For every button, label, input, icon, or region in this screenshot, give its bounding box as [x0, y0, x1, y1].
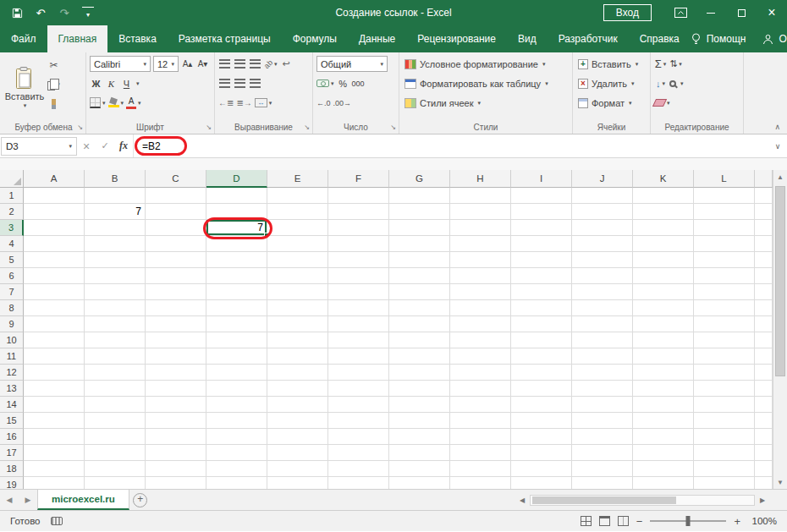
align-bottom-button[interactable] [249, 56, 261, 72]
cell-E2[interactable] [267, 204, 328, 220]
cell-K14[interactable] [633, 397, 694, 413]
cell-B11[interactable] [85, 348, 146, 365]
cell-D10[interactable] [206, 332, 267, 348]
cell-F9[interactable] [328, 316, 389, 332]
cut-button[interactable] [47, 57, 60, 73]
cell-K11[interactable] [633, 348, 694, 365]
cell-E14[interactable] [267, 397, 328, 413]
cell-E4[interactable] [267, 236, 328, 252]
cell-B1[interactable] [85, 188, 146, 204]
column-header-K[interactable]: K [633, 170, 694, 188]
cell-H8[interactable] [450, 300, 511, 316]
underline-button[interactable]: Ч [120, 75, 133, 91]
tab-вид[interactable]: Вид [507, 25, 548, 52]
column-header-F[interactable]: F [328, 170, 389, 188]
dialog-launcher-icon[interactable] [204, 123, 213, 132]
merge-center-button[interactable] [255, 95, 272, 111]
scroll-left-icon[interactable] [516, 496, 528, 504]
align-center-button[interactable] [234, 75, 246, 91]
cell-C10[interactable] [146, 332, 206, 348]
cell-G13[interactable] [389, 381, 450, 397]
cell-A11[interactable] [24, 348, 85, 365]
cell-D16[interactable] [206, 429, 267, 445]
cell-B18[interactable] [85, 461, 146, 477]
decrease-decimal-button[interactable] [333, 95, 352, 111]
cell-A7[interactable] [24, 284, 85, 300]
cell-H7[interactable] [450, 284, 511, 300]
cell-G12[interactable] [389, 365, 450, 381]
column-header-A[interactable]: A [24, 170, 85, 188]
tab-разработчик[interactable]: Разработчик [548, 25, 629, 52]
cell-J11[interactable] [572, 348, 633, 365]
cell-L12[interactable] [694, 365, 755, 381]
cell-J19[interactable] [572, 477, 633, 489]
vertical-scroll-thumb[interactable] [775, 186, 785, 376]
dialog-launcher-icon[interactable] [302, 123, 311, 132]
bold-button[interactable]: Ж [90, 75, 102, 91]
row-header-5[interactable]: 5 [0, 252, 24, 268]
cell-F18[interactable] [328, 461, 389, 477]
cell-H4[interactable] [450, 236, 511, 252]
cell-C2[interactable] [146, 204, 206, 220]
cell-J18[interactable] [572, 461, 633, 477]
customize-quick-access-toolbar-button[interactable] [81, 4, 95, 21]
cell-L18[interactable] [694, 461, 755, 477]
column-header-L[interactable]: L [694, 170, 755, 188]
cell-K12[interactable] [633, 365, 694, 381]
cell-G10[interactable] [389, 332, 450, 348]
decrease-indent-button[interactable] [218, 95, 234, 111]
cell-F14[interactable] [328, 397, 389, 413]
row-header-14[interactable]: 14 [0, 397, 24, 413]
cell-E3[interactable] [267, 220, 328, 236]
cell-styles-button[interactable]: Стили ячеек [403, 94, 569, 112]
cell-A10[interactable] [24, 332, 85, 348]
cell-F16[interactable] [328, 429, 389, 445]
cell-F4[interactable] [328, 236, 389, 252]
cell-H18[interactable] [450, 461, 511, 477]
italic-button[interactable]: К [105, 75, 118, 91]
cell-B5[interactable] [85, 252, 146, 268]
cell-K7[interactable] [633, 284, 694, 300]
cell-C15[interactable] [146, 413, 206, 429]
cell-D8[interactable] [206, 300, 267, 316]
cell-J16[interactable] [572, 429, 633, 445]
cell-B17[interactable] [85, 445, 146, 461]
cell-H13[interactable] [450, 381, 511, 397]
cell-K8[interactable] [633, 300, 694, 316]
cell-I14[interactable] [511, 397, 572, 413]
cell-D12[interactable] [206, 365, 267, 381]
cell-I13[interactable] [511, 381, 572, 397]
normal-view-button[interactable] [581, 516, 592, 526]
cell-G5[interactable] [389, 252, 450, 268]
cell-E13[interactable] [267, 381, 328, 397]
find-select-button[interactable] [669, 75, 684, 91]
cell-L8[interactable] [694, 300, 755, 316]
cell-F17[interactable] [328, 445, 389, 461]
cell-B16[interactable] [85, 429, 146, 445]
name-box[interactable]: D3 [1, 137, 77, 156]
wrap-text-button[interactable] [280, 56, 293, 72]
cell-K16[interactable] [633, 429, 694, 445]
cell-K10[interactable] [633, 332, 694, 348]
cell-D18[interactable] [206, 461, 267, 477]
format-painter-button[interactable] [47, 96, 60, 112]
cell-C13[interactable] [146, 381, 206, 397]
cell-E8[interactable] [267, 300, 328, 316]
cell-I4[interactable] [511, 236, 572, 252]
scroll-down-icon[interactable] [773, 475, 787, 489]
cell-J6[interactable] [572, 268, 633, 284]
column-header-D[interactable]: D [206, 170, 267, 188]
row-header-7[interactable]: 7 [0, 284, 24, 300]
tab-справка[interactable]: Справка [629, 25, 691, 52]
tab-рецензирование[interactable]: Рецензирование [406, 25, 507, 52]
cell-A19[interactable] [24, 477, 85, 489]
autosum-button[interactable] [654, 56, 667, 72]
cell-D7[interactable] [206, 284, 267, 300]
zoom-slider-thumb[interactable] [686, 516, 691, 526]
cell-G6[interactable] [389, 268, 450, 284]
cell-G7[interactable] [389, 284, 450, 300]
cell-F7[interactable] [328, 284, 389, 300]
column-header-I[interactable]: I [511, 170, 572, 188]
cell-D4[interactable] [206, 236, 267, 252]
cell-I8[interactable] [511, 300, 572, 316]
